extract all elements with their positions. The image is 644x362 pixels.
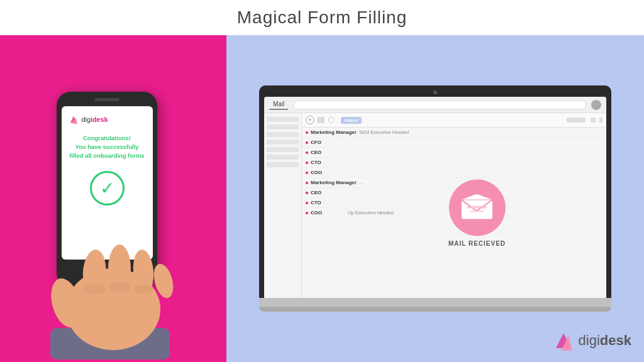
sidebar-item [267, 117, 299, 122]
unread-dot [306, 192, 308, 194]
view-control [591, 118, 596, 123]
svg-point-12 [133, 285, 153, 293]
sidebar-item [267, 147, 299, 152]
svg-rect-16 [470, 210, 484, 212]
laptop-screen-container: Mail [259, 85, 611, 298]
more-options [599, 118, 602, 123]
sidebar-item [267, 155, 299, 160]
digidesk-brand-icon [552, 329, 575, 352]
phone-logo-text: digidesk [82, 116, 108, 123]
hand-svg [38, 177, 182, 359]
unread-dot [306, 212, 308, 214]
mail-content: + Inbox [302, 113, 606, 298]
mail-received-overlay: MAIL RECIEVED [448, 179, 506, 246]
svg-point-10 [83, 284, 106, 294]
mail-user-avatar [591, 100, 601, 110]
mail-body: + Inbox [264, 113, 606, 298]
unread-dot [306, 202, 308, 204]
unread-dot [306, 131, 308, 134]
checkbox-icon [317, 117, 325, 123]
mail-toolbar: Mail [264, 97, 606, 113]
mail-search-bar[interactable] [293, 101, 586, 109]
right-panel: Mail [226, 35, 644, 362]
phone-logo: digidesk [68, 114, 108, 125]
unread-dot [306, 151, 308, 154]
mail-item[interactable]: CTO [302, 158, 606, 168]
unread-dot [306, 182, 308, 184]
phone-speaker [94, 98, 119, 101]
inbox-badge[interactable]: Inbox [341, 117, 362, 124]
compose-button[interactable]: + [306, 116, 314, 124]
hand-illustration [38, 177, 182, 362]
page-title: Magical Form Filling [237, 8, 408, 27]
mail-app: Mail [264, 97, 606, 298]
unread-dot [306, 141, 308, 144]
sidebar-item [267, 140, 299, 145]
laptop-screen: Mail [264, 97, 606, 298]
mail-received-label: MAIL RECIEVED [448, 239, 506, 246]
branding: digidesk [552, 329, 631, 352]
mail-item[interactable]: CFO [302, 138, 606, 148]
laptop-base [259, 298, 611, 307]
unread-dot [306, 162, 308, 164]
svg-rect-15 [467, 206, 487, 208]
sidebar-item [267, 124, 299, 129]
page-header: Magical Form Filling [0, 0, 644, 35]
mail-list: Marketing Manager SEM Executive Needed C… [302, 128, 606, 298]
laptop-mockup: Mail [259, 85, 611, 312]
mail-envelope-circle [448, 179, 505, 236]
sort-control [567, 118, 586, 123]
mail-tab[interactable]: Mail [269, 99, 288, 110]
refresh-icon [328, 117, 335, 123]
phone-congrats-text: Congratulations! You have successfully f… [69, 134, 144, 161]
mail-item[interactable]: CEO [302, 148, 606, 158]
envelope-icon [460, 194, 494, 221]
laptop-camera [433, 90, 437, 94]
mail-sidebar [264, 113, 302, 298]
mail-item[interactable]: Marketing Manager SEM Executive Needed [302, 128, 606, 138]
left-panel: digidesk Congratulations! You have succe… [0, 35, 226, 362]
svg-point-11 [108, 282, 131, 292]
unread-dot [306, 172, 308, 174]
mail-content-toolbar: + Inbox [302, 113, 606, 128]
digidesk-logo-icon [68, 114, 79, 125]
sidebar-item [267, 132, 299, 137]
laptop-stand [259, 307, 611, 312]
main-content: digidesk Congratulations! You have succe… [0, 35, 644, 362]
sidebar-item [267, 162, 299, 167]
branding-text: digidesk [579, 332, 631, 349]
mail-item[interactable]: COO [302, 168, 606, 178]
